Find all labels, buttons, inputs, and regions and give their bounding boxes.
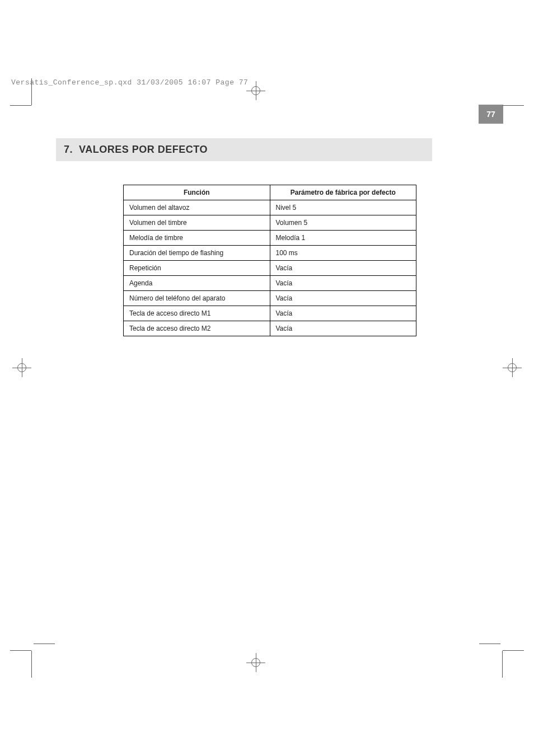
crop-mark-icon xyxy=(31,651,32,678)
section-number: 7. xyxy=(64,144,73,155)
cell-default: Volumen 5 xyxy=(270,215,416,231)
cell-default: Vacía xyxy=(270,321,416,336)
defaults-table: Función Parámetro de fábrica por defecto… xyxy=(123,185,416,336)
table-row: Agenda Vacía xyxy=(124,276,416,291)
content-area: 7. VALORES POR DEFECTO Función Parámetro… xyxy=(56,138,432,336)
registration-mark-icon xyxy=(12,358,31,377)
table-row: Duración del tiempo de flashing 100 ms xyxy=(124,246,416,261)
page-number: 77 xyxy=(479,105,503,124)
header-default: Parámetro de fábrica por defecto xyxy=(270,185,416,200)
header-function: Función xyxy=(124,185,270,200)
table-row: Volumen del timbre Volumen 5 xyxy=(124,215,416,231)
cell-default: 100 ms xyxy=(270,246,416,261)
cell-default: Vacía xyxy=(270,306,416,321)
cell-function: Duración del tiempo de flashing xyxy=(124,246,270,261)
cell-function: Tecla de acceso directo M2 xyxy=(124,321,270,336)
cell-default: Vacía xyxy=(270,291,416,306)
cell-function: Agenda xyxy=(124,276,270,291)
cell-default: Vacía xyxy=(270,261,416,276)
table-row: Tecla de acceso directo M2 Vacía xyxy=(124,321,416,336)
cell-function: Melodía de timbre xyxy=(124,231,270,246)
table-row: Tecla de acceso directo M1 Vacía xyxy=(124,306,416,321)
section-title: VALORES POR DEFECTO xyxy=(79,144,208,155)
cell-function: Volumen del timbre xyxy=(124,215,270,231)
crop-mark-icon xyxy=(34,644,55,644)
registration-mark-icon xyxy=(246,81,265,100)
table-row: Volumen del altavoz Nivel 5 xyxy=(124,200,416,215)
cell-default: Melodía 1 xyxy=(270,231,416,246)
cell-function: Volumen del altavoz xyxy=(124,200,270,215)
table-row: Repetición Vacía xyxy=(124,261,416,276)
registration-mark-icon xyxy=(503,358,522,377)
cell-function: Número del teléfono del aparato xyxy=(124,291,270,306)
crop-mark-icon xyxy=(502,651,503,678)
crop-mark-icon xyxy=(503,650,524,651)
cell-function: Repetición xyxy=(124,261,270,276)
table-header-row: Función Parámetro de fábrica por defecto xyxy=(124,185,416,200)
crop-mark-icon xyxy=(31,78,32,105)
cell-default: Vacía xyxy=(270,276,416,291)
cell-default: Nivel 5 xyxy=(270,200,416,215)
table-row: Melodía de timbre Melodía 1 xyxy=(124,231,416,246)
crop-mark-icon xyxy=(10,650,31,651)
section-header: 7. VALORES POR DEFECTO xyxy=(56,138,432,161)
crop-mark-icon xyxy=(10,105,31,106)
cell-function: Tecla de acceso directo M1 xyxy=(124,306,270,321)
table-row: Número del teléfono del aparato Vacía xyxy=(124,291,416,306)
registration-mark-icon xyxy=(246,653,265,672)
crop-mark-icon xyxy=(479,644,500,644)
crop-mark-icon xyxy=(503,105,524,106)
slug-line: Versatis_Conference_sp.qxd 31/03/2005 16… xyxy=(11,78,248,87)
